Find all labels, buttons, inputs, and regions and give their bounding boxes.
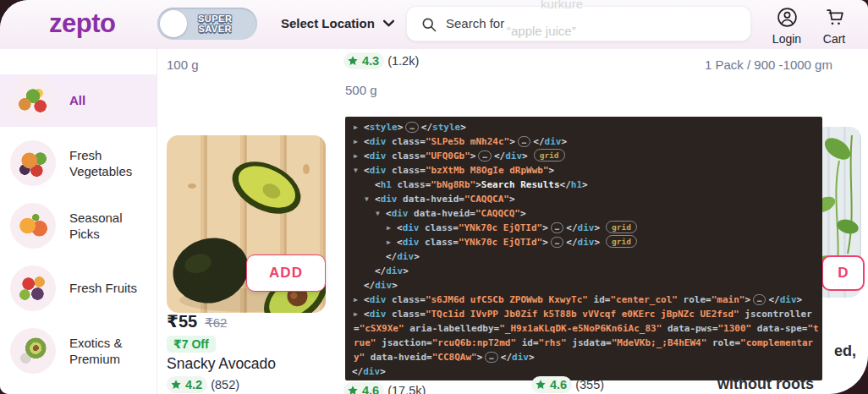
devtools-token: "rcuQ6b:npT2md" [432, 337, 516, 348]
search-placeholder: “apple juice” [507, 24, 576, 38]
expand-ellipsis-button[interactable]: … [551, 222, 563, 233]
expand-arrow-icon[interactable]: ▶ [387, 221, 397, 235]
devtools-token: </ [566, 237, 577, 248]
zepto-logo[interactable]: zepto [49, 8, 115, 39]
devtools-token: jsaction [376, 337, 427, 348]
expand-arrow-icon[interactable]: ▶ [354, 134, 364, 149]
devtools-dom-line[interactable]: <h1 class="bNg8Rb">Search Results</h1> [350, 178, 819, 192]
devtools-dom-line[interactable]: ▶<div class="TQc1id IVvPP Jb0Zif k5T88b … [350, 307, 819, 364]
devtools-token: "MdeVKb;_;B4hEW4" [612, 337, 707, 348]
sidebar-item-veg[interactable]: Fresh Vegetables [0, 137, 157, 189]
devtools-dom-line[interactable]: ▶<div class="s6JM6d ufC5Cb ZPOWwb KxwyTc… [350, 293, 819, 307]
location-selector[interactable]: Select Location [281, 16, 395, 30]
expand-arrow-icon[interactable]: ▶ [354, 120, 364, 134]
devtools-token: class [387, 309, 420, 320]
devtools-token: class [387, 165, 420, 176]
devtools-token: div [578, 222, 595, 233]
search-bar[interactable]: Search for kurkure “apple juice” [406, 6, 751, 41]
devtools-dom-line[interactable]: </div> [350, 249, 819, 264]
collapse-arrow-icon[interactable]: ▼ [365, 192, 375, 206]
devtools-token: > [542, 237, 548, 248]
product-rating: 4.3 (1.2k) [343, 52, 419, 69]
devtools-dom-line[interactable]: ▶<div class="YNk70c EjQTId">…</div>grid [350, 235, 819, 249]
sidebar-item-seasonal[interactable]: Seasonal Picks [0, 200, 157, 252]
product-old-price: ₹62 [205, 315, 227, 331]
add-to-cart-button-partial[interactable]: D [821, 255, 865, 291]
sidebar-item-fruits[interactable]: Fresh Fruits [0, 262, 157, 315]
devtools-dom-line[interactable]: ▶<div class="YNk70c EjQTId">…</div>grid [350, 221, 819, 235]
devtools-dom-line[interactable]: ▶<style>…</style> [350, 120, 819, 134]
sidebar-item-exotics[interactable]: Exotics & Premium [0, 325, 157, 377]
devtools-token: > [470, 150, 476, 161]
devtools-dom-line[interactable]: ▶<div class="SLPe5b mNh24c">…</div> [350, 134, 819, 149]
devtools-dom-line[interactable]: ▼<div data-hveid="CAQQCQ"> [350, 206, 819, 221]
devtools-token: = [459, 194, 464, 205]
login-button[interactable]: Login [765, 7, 809, 46]
devtools-token: Search Results [481, 179, 560, 190]
sidebar-item-label: Seasonal Picks [69, 210, 146, 243]
devtools-token: div [512, 352, 529, 363]
devtools-token: = [420, 294, 426, 305]
devtools-token: </ [421, 122, 432, 133]
add-to-cart-button[interactable]: ADD [246, 254, 326, 292]
devtools-token: jscontroller [739, 309, 812, 320]
devtools-elements-panel[interactable]: ▶<style>…</style>▶<div class="SLPe5b mNh… [345, 117, 822, 380]
expand-arrow-icon[interactable]: ▶ [354, 149, 364, 163]
devtools-token: < [375, 194, 381, 205]
expand-ellipsis-button[interactable]: … [753, 294, 766, 305]
expand-ellipsis-button[interactable]: … [485, 352, 497, 363]
devtools-token: data-spe [751, 323, 802, 334]
devtools-dom-line[interactable]: </div> [350, 264, 819, 278]
devtools-token: data-pws [662, 323, 712, 334]
sidebar-item-all[interactable]: All [0, 74, 157, 127]
collapse-arrow-icon[interactable]: ▼ [354, 163, 364, 178]
devtools-token: > [549, 165, 555, 176]
devtools-token: "s6JM6d ufC5Cb ZPOWwb KxwyTc" [426, 294, 588, 305]
collapse-arrow-icon[interactable]: ▼ [376, 206, 386, 221]
sidebar-item-label: All [69, 92, 146, 109]
product-rating: 4.6 (17.5k) [343, 382, 426, 394]
devtools-token: div [381, 194, 398, 205]
devtools-token: < [364, 309, 370, 320]
search-icon [420, 16, 437, 33]
product-quantity: 500 g [345, 83, 377, 97]
toggle-knob-icon[interactable] [160, 10, 187, 37]
devtools-token: class [392, 179, 426, 190]
devtools-dom-line[interactable]: ▼<div data-hveid="CAQQCA"> [350, 192, 819, 206]
devtools-token: < [364, 150, 370, 161]
cart-button[interactable]: Cart [812, 7, 856, 46]
expand-arrow-icon[interactable]: ▶ [354, 293, 364, 307]
devtools-token: = [453, 222, 459, 233]
devtools-dom-line[interactable]: ▼<div class="bzXtMb M8OgIe dRpWwb"> [350, 163, 819, 178]
grid-badge[interactable]: grid [606, 235, 637, 248]
devtools-token: = [470, 208, 475, 219]
devtools-token: > [561, 136, 567, 147]
devtools-token: "center_col" [610, 294, 677, 305]
devtools-token: </ [352, 366, 363, 377]
expand-ellipsis-button[interactable]: … [405, 122, 418, 133]
expand-ellipsis-button[interactable]: … [518, 136, 530, 147]
expand-arrow-icon[interactable]: ▶ [354, 307, 364, 321]
expand-ellipsis-button[interactable]: … [478, 150, 491, 161]
expand-arrow-icon[interactable]: ▶ [387, 235, 397, 249]
product-name-fragment[interactable]: without roots [717, 375, 814, 393]
devtools-token: div [403, 237, 420, 248]
devtools-dom-line[interactable]: </div> [350, 278, 819, 293]
devtools-token: = [712, 323, 718, 334]
super-saver-toggle[interactable]: SUPER SAVER [157, 8, 257, 40]
devtools-token: > [477, 352, 483, 363]
devtools-token: = [706, 294, 711, 305]
devtools-dom-line[interactable]: ▶<div class="UFQ0Gb">…</div>grid [350, 149, 819, 163]
devtools-token: "CAQQCA" [464, 194, 509, 205]
chevron-down-icon [382, 19, 395, 27]
devtools-token: > [392, 280, 398, 291]
devtools-token: = [453, 237, 459, 248]
product-name[interactable]: Snacky Avocado [167, 355, 276, 373]
devtools-token: > [594, 222, 600, 233]
devtools-token: class [420, 237, 453, 248]
grid-badge[interactable]: grid [606, 221, 637, 233]
expand-ellipsis-button[interactable]: … [551, 237, 563, 248]
devtools-token: "YNk70c EjQTId" [459, 222, 542, 233]
grid-badge[interactable]: grid [534, 149, 565, 161]
product-name-fragment[interactable]: ed, [834, 342, 856, 360]
